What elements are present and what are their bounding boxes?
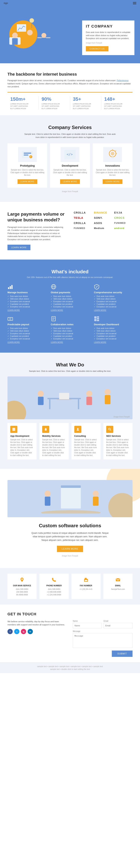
dashboard-icon bbox=[94, 316, 99, 321]
wwd-illustration: Image from Freepik bbox=[7, 376, 133, 419]
wwd-body: Sample text. Click to select the text bo… bbox=[23, 370, 117, 373]
services-body: Sample text. Click to select the text bo… bbox=[23, 132, 117, 139]
what-we-do-section: What We Do Sample text. Click to select … bbox=[0, 353, 140, 469]
list-item: ✓Velit esse cillum dolore bbox=[7, 298, 46, 300]
service-box-title-2: FAX NUMBER bbox=[74, 585, 98, 587]
notes-icon bbox=[51, 316, 56, 321]
service-title-0: Prototyping bbox=[10, 164, 44, 167]
service-learn-more-2[interactable]: LEARN MORE bbox=[103, 179, 122, 184]
social-twitter-icon[interactable]: t bbox=[14, 629, 19, 634]
list-item: ✓Excepteur sint occaecat bbox=[7, 306, 46, 308]
brand-medium: Medium bbox=[94, 227, 112, 229]
svg-rect-39 bbox=[97, 318, 99, 319]
wwd-service-body-2: Sample text. Click to select the text bo… bbox=[74, 438, 98, 457]
backbone-link[interactable]: Pellentesque bbox=[117, 79, 129, 82]
svg-rect-40 bbox=[94, 319, 96, 321]
included-heading: What's included bbox=[7, 269, 133, 275]
consulting-icon bbox=[74, 426, 81, 433]
svg-rect-38 bbox=[97, 316, 99, 318]
wwd-heading: What We Do bbox=[7, 362, 133, 368]
service-icon-area-0: P bbox=[18, 147, 37, 162]
list-item: ✓Duis aute irure dolore bbox=[51, 327, 89, 329]
chart-icon bbox=[7, 284, 13, 289]
included-link-3[interactable]: LEARN MORE bbox=[7, 341, 46, 343]
wwd-service-card-2: Consulting Sample text. Click to select … bbox=[71, 423, 101, 460]
brand-evja: EVJA bbox=[114, 211, 133, 214]
custom-software-button[interactable]: LEARN MORE bbox=[57, 546, 83, 552]
app-dev-icon bbox=[10, 426, 17, 433]
list-item: ✓Excepteur sint occaecat bbox=[51, 301, 89, 303]
included-title-1: Global payments bbox=[51, 291, 89, 294]
svg-rect-59 bbox=[61, 486, 81, 488]
list-item: ✓Excepteur sint occaecat bbox=[94, 338, 133, 340]
list-item: ✓Velit esse cillum dolore bbox=[51, 330, 89, 332]
service-box-3: EMAIL SampleText.com bbox=[103, 574, 133, 599]
svg-point-65 bbox=[21, 579, 23, 580]
brand-crolla-1: CROLLA bbox=[74, 211, 92, 214]
custom-software-body: Quam nulla porttitor massa id neque aliq… bbox=[31, 531, 109, 542]
included-link-4[interactable]: LEARN MORE bbox=[51, 341, 89, 343]
custom-software-image-from: Image from Freepik bbox=[7, 555, 133, 557]
svg-rect-68 bbox=[85, 580, 87, 581]
wwd-people-svg bbox=[14, 381, 126, 415]
list-item: ✓Velit esse cillum dolore bbox=[94, 330, 133, 332]
included-link-1[interactable]: LEARN MORE bbox=[51, 309, 89, 311]
svg-point-1 bbox=[12, 33, 18, 38]
social-facebook-icon[interactable]: f bbox=[7, 629, 13, 634]
service-learn-more-1[interactable]: LEARN MORE bbox=[60, 179, 80, 184]
hamburger-menu-button[interactable] bbox=[133, 2, 136, 4]
list-item: ✓Velit esse cillum dolore bbox=[94, 298, 133, 300]
list-item: ✓Excepteur sint occaecat bbox=[7, 301, 46, 303]
service-card-2: Innovations Sample text. Click to select… bbox=[93, 143, 133, 188]
service-learn-more-0[interactable]: LEARN MORE bbox=[18, 179, 37, 184]
hero-cta-button[interactable]: CONTACT US bbox=[86, 46, 109, 52]
list-item: ✓Excepteur sint occaecat bbox=[51, 306, 89, 308]
included-item-2: Comprehensive security ✓Duis aute irure … bbox=[94, 284, 133, 311]
list-item: ✓Excepteur sint occaecat bbox=[7, 333, 46, 335]
hero-illustration bbox=[6, 15, 78, 58]
list-item: ✓Excepteur sint occaecat bbox=[94, 333, 133, 335]
wwd-service-title-3: SEO Services bbox=[106, 435, 130, 437]
included-list-1: ✓Duis aute irure dolore ✓Velit esse cill… bbox=[51, 295, 89, 308]
stat-item-0: 150m+ LOREM IPSUM DOLOR SIT AMET ADIPISC… bbox=[7, 96, 39, 110]
brand-asos: ASOS bbox=[94, 222, 112, 224]
service-icon-area-1: </> bbox=[61, 147, 79, 162]
included-link-2[interactable]: LEARN MORE bbox=[94, 309, 133, 311]
email-icon bbox=[115, 577, 121, 583]
included-link-0[interactable]: LEARN MORE bbox=[7, 309, 46, 311]
service-body-2: Sample text. Click to select the text bo… bbox=[96, 169, 130, 177]
svg-rect-27 bbox=[11, 285, 13, 289]
svg-rect-13 bbox=[24, 153, 31, 154]
wwd-service-title-1: Mobility Services bbox=[42, 435, 66, 437]
brand-binance: BINANCE bbox=[94, 211, 112, 214]
list-item: ✓Velit esse cillum dolore bbox=[51, 298, 89, 300]
stat-label-1: LOREM IPSUM DOLOR SIT AMET ADIPISCING EL… bbox=[42, 103, 67, 110]
stat-label-0: LOREM IPSUM DOLOR SIT AMET ADIPISCING EL… bbox=[10, 103, 36, 110]
message-textarea[interactable] bbox=[73, 633, 133, 648]
name-field-group: Name bbox=[73, 620, 102, 628]
wwd-service-title-2: Consulting bbox=[74, 435, 98, 437]
included-item-0: Manage business ✓Duis aute irure dolore … bbox=[7, 284, 46, 311]
prototyping-icon: P bbox=[20, 149, 35, 160]
stat-item-2: 35+ LOREM IPSUM DOLOR SIT AMET ADIPISCIN… bbox=[70, 96, 101, 110]
hero-body: Duis aute irure dolor in reprehenderit i… bbox=[86, 31, 131, 40]
payments-learn-more-button[interactable]: LEARN MORE bbox=[7, 245, 30, 250]
svg-rect-8 bbox=[42, 38, 46, 44]
social-linkedin-icon[interactable]: in bbox=[28, 629, 33, 634]
svg-rect-21 bbox=[111, 157, 114, 158]
submit-button[interactable]: SUBMIT bbox=[112, 651, 133, 657]
footer-text: sample text • sample text • sample text … bbox=[7, 665, 133, 668]
brand-funimed-1: FUNIMED bbox=[114, 222, 133, 224]
email-input[interactable] bbox=[103, 623, 133, 628]
brand-logos-grid: CROLLA BINANCE EVJA TESLA SONY. CROCS CR… bbox=[74, 211, 133, 229]
service-title-2: Innovations bbox=[96, 164, 130, 167]
included-title-3: Predictable payout bbox=[7, 323, 46, 326]
social-instagram-icon[interactable]: ig bbox=[21, 629, 26, 634]
shield-icon bbox=[94, 284, 99, 289]
wwd-image-from: Image from Freepik bbox=[114, 416, 130, 418]
included-link-5[interactable]: LEARN MORE bbox=[94, 341, 133, 343]
service-box-title-0: OUR MAIN SERVICE bbox=[10, 585, 34, 587]
name-input[interactable] bbox=[73, 623, 102, 628]
payments-left: Large payments volume or unique business… bbox=[7, 211, 66, 250]
stat-label-3: LOREM IPSUM DOLOR SIT AMET ADIPISCING EL… bbox=[104, 103, 130, 110]
